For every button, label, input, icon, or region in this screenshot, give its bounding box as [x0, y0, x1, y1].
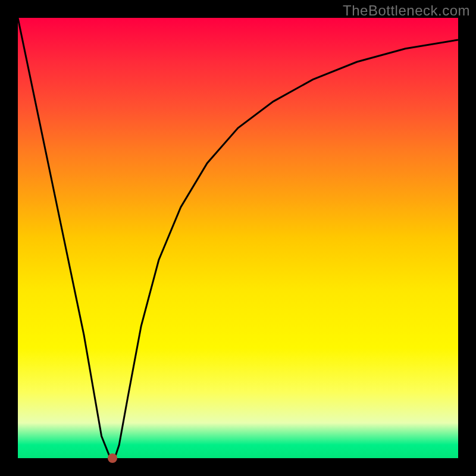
bottleneck-curve	[18, 18, 458, 458]
watermark-text: TheBottleneck.com	[343, 2, 470, 19]
plot-area	[18, 18, 458, 458]
optimum-marker	[108, 453, 117, 463]
curve-svg	[18, 18, 458, 458]
chart-frame: TheBottleneck.com	[0, 0, 476, 476]
